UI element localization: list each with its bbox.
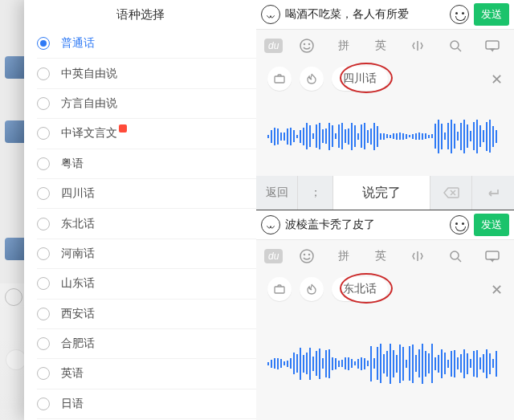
fire-chip-icon[interactable] (300, 277, 324, 301)
voice-waveform-area (256, 307, 514, 420)
language-option[interactable]: 合肥话 (37, 329, 256, 359)
voice-bottom-bar: 返回 ； 说完了 (256, 176, 514, 210)
radio-icon (37, 37, 50, 50)
language-option-label: 英语 (61, 366, 84, 381)
pinyin-key[interactable]: 拼 (330, 39, 357, 53)
pinyin-key[interactable]: 拼 (330, 249, 357, 263)
keyboard-switch-icon[interactable] (479, 250, 506, 263)
emoji-key-icon[interactable] (293, 38, 320, 54)
dialect-chip-row: 东北话 ✕ (256, 271, 514, 307)
briefcase-chip-icon[interactable] (267, 277, 292, 301)
language-option-label: 普通话 (61, 36, 95, 51)
language-option[interactable]: 日语 (37, 389, 256, 419)
language-option[interactable]: 河南话 (37, 239, 256, 269)
radio-icon (37, 247, 50, 260)
radio-icon (37, 67, 50, 80)
backspace-key-icon[interactable] (430, 176, 472, 210)
svg-rect-4 (486, 41, 499, 49)
input-bar: 波棱盖卡秃了皮了 发送 (256, 210, 514, 239)
fire-chip-icon[interactable] (300, 67, 324, 91)
enter-key-icon[interactable] (472, 176, 514, 210)
radio-icon (37, 367, 50, 380)
voice-input-icon[interactable] (261, 215, 280, 234)
close-icon[interactable]: ✕ (491, 71, 503, 88)
language-option[interactable]: 中英自由说 (37, 59, 256, 88)
dialect-chip-row: 四川话 ✕ (256, 61, 514, 96)
emoji-icon[interactable] (450, 215, 469, 234)
search-key-icon[interactable] (442, 38, 469, 54)
sheet-title: 语种选择 (24, 0, 256, 29)
language-sheet: 语种选择 普通话中英自由说方言自由说中译文言文粤语四川话东北话河南话山东话西安话… (24, 0, 256, 420)
waveform-icon (267, 336, 503, 392)
baidu-ime-logo-icon[interactable]: du (264, 249, 283, 263)
svg-rect-5 (275, 76, 284, 83)
language-option-label: 西安话 (61, 307, 95, 321)
emoji-icon[interactable] (450, 5, 469, 24)
language-option-label: 山东话 (61, 276, 95, 291)
language-option[interactable]: 中译文言文 (37, 119, 256, 149)
send-button[interactable]: 发送 (474, 3, 509, 26)
cursor-key-icon[interactable] (404, 248, 431, 264)
english-key[interactable]: 英 (367, 249, 394, 263)
done-speaking-button[interactable]: 说完了 (333, 176, 430, 210)
language-option-label: 东北话 (61, 217, 95, 231)
mic-icon (5, 288, 22, 306)
language-option[interactable]: 东北话 (37, 209, 256, 239)
waveform-icon (267, 108, 503, 165)
language-option[interactable]: 山东话 (37, 269, 256, 299)
svg-point-1 (304, 43, 304, 44)
right-column: 喝酒不吃菜，各人有所爱 发送 du 拼 英 四川话 ✕ (256, 0, 514, 420)
language-option-label: 粤语 (61, 157, 84, 171)
language-option-label: 日语 (61, 397, 84, 411)
baidu-ime-logo-icon[interactable]: du (264, 39, 283, 53)
keyboard-function-row: du 拼 英 (256, 239, 514, 271)
svg-rect-11 (275, 287, 284, 293)
back-button[interactable]: 返回 (256, 176, 298, 210)
text-input[interactable]: 波棱盖卡秃了皮了 (285, 218, 445, 232)
svg-point-8 (308, 254, 309, 255)
semicolon-key[interactable]: ； (298, 176, 333, 210)
voice-panel-sichuan: 喝酒不吃菜，各人有所爱 发送 du 拼 英 四川话 ✕ (256, 0, 514, 210)
language-option[interactable]: 普通话 (37, 29, 256, 59)
radio-icon (37, 277, 50, 290)
english-key[interactable]: 英 (367, 39, 394, 53)
language-option[interactable]: 粤语 (37, 149, 256, 179)
input-bar: 喝酒不吃菜，各人有所爱 发送 (256, 0, 514, 29)
search-key-icon[interactable] (442, 248, 469, 264)
suggestion-chip (6, 350, 26, 369)
language-option-label: 方言自由说 (61, 96, 117, 111)
keyboard-switch-icon[interactable] (479, 39, 506, 52)
dialect-tag[interactable]: 东北话 (332, 277, 388, 301)
new-badge-icon (119, 124, 127, 133)
language-option-label: 中译文言文 (61, 126, 117, 141)
briefcase-chip-icon[interactable] (267, 67, 292, 91)
language-options-list: 普通话中英自由说方言自由说中译文言文粤语四川话东北话河南话山东话西安话合肥话英语… (24, 29, 256, 420)
radio-icon (37, 127, 50, 140)
svg-point-3 (451, 41, 459, 49)
keyboard-function-row: du 拼 英 (256, 29, 514, 61)
language-option[interactable]: 四川话 (37, 179, 256, 209)
language-option[interactable]: 西安话 (37, 300, 256, 329)
emoji-key-icon[interactable] (293, 248, 320, 264)
svg-rect-10 (486, 251, 499, 259)
svg-point-7 (304, 254, 304, 255)
voice-panel-dongbei: 波棱盖卡秃了皮了 发送 du 拼 英 东北话 ✕ (256, 210, 514, 420)
radio-icon (37, 308, 50, 320)
cursor-key-icon[interactable] (404, 38, 431, 54)
radio-icon (37, 97, 50, 110)
language-option-label: 合肥话 (61, 336, 95, 351)
radio-icon (37, 398, 50, 410)
svg-point-6 (300, 250, 313, 263)
text-input[interactable]: 喝酒不吃菜，各人有所爱 (285, 7, 445, 22)
voice-input-icon[interactable] (261, 5, 280, 24)
send-button[interactable]: 发送 (474, 214, 509, 236)
language-option-label: 中英自由说 (61, 67, 117, 81)
voice-waveform-area (256, 96, 514, 176)
radio-icon (37, 157, 50, 170)
svg-point-2 (308, 43, 309, 44)
language-option[interactable]: 英语 (37, 359, 256, 389)
language-option[interactable]: 方言自由说 (37, 89, 256, 119)
close-icon[interactable]: ✕ (491, 281, 503, 299)
svg-point-9 (451, 251, 459, 259)
dialect-tag[interactable]: 四川话 (332, 67, 388, 91)
